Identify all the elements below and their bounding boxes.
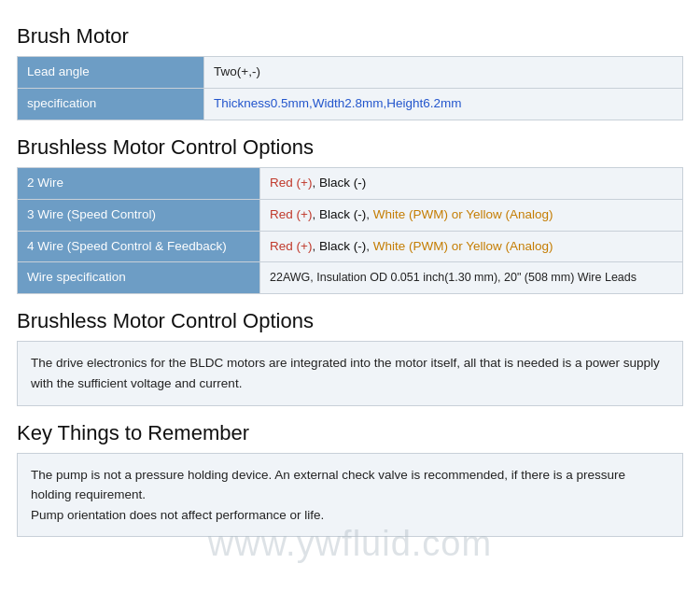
table-row: Wire specification 22AWG, Insulation OD … (18, 262, 683, 294)
specification-text: Thickness0.5mm,Width2.8mm,Height6.2mm (214, 96, 462, 110)
section4-title: Key Things to Remember (17, 421, 683, 445)
4wire-value: Red (+), Black (-), White (PWM) or Yello… (260, 231, 683, 262)
section4-content: The pump is not a pressure holding devic… (17, 453, 683, 538)
2wire-value: Red (+), Black (-) (260, 167, 683, 199)
2wire-label: 2 Wire (18, 167, 260, 199)
table-row: 4 Wire (Speed Control & Feedback) Red (+… (18, 231, 683, 262)
wire-spec-label: Wire specification (18, 262, 260, 294)
pwm-label: White (PWM) or Yellow (Analog) (373, 239, 553, 253)
3wire-value: Red (+), Black (-), White (PWM) or Yello… (260, 199, 683, 231)
section3-title: Brushless Motor Control Options (17, 309, 683, 333)
red-label: Red (+) (270, 207, 312, 221)
table-row: specification Thickness0.5mm,Width2.8mm,… (18, 88, 683, 120)
4wire-label: 4 Wire (Speed Control & Feedback) (18, 231, 260, 262)
table-row: Lead angle Two(+,-) (18, 57, 683, 89)
section3-description: The drive electronics for the BLDC motor… (17, 341, 683, 405)
table-row: 3 Wire (Speed Control) Red (+), Black (-… (18, 199, 683, 231)
lead-angle-value: Two(+,-) (204, 57, 683, 89)
brush-motor-table: Lead angle Two(+,-) specification Thickn… (17, 56, 683, 120)
black-label: Black (-) (319, 239, 366, 253)
section4-line2: Pump orientation does not affect perform… (31, 508, 324, 522)
brushless-motor-table: 2 Wire Red (+), Black (-) 3 Wire (Speed … (17, 167, 683, 295)
pwm-label: White (PWM) or Yellow (Analog) (373, 207, 553, 221)
section1-title: Brush Motor (17, 24, 683, 49)
3wire-label: 3 Wire (Speed Control) (18, 199, 260, 231)
red-label: Red (+) (270, 176, 312, 190)
lead-angle-label: Lead angle (18, 57, 204, 89)
specification-value: Thickness0.5mm,Width2.8mm,Height6.2mm (204, 88, 683, 120)
section4-line1: The pump is not a pressure holding devic… (31, 468, 625, 502)
specification-label: specification (18, 88, 204, 120)
table-row: 2 Wire Red (+), Black (-) (18, 167, 683, 199)
black-label: Black (-) (319, 176, 366, 190)
section2-title: Brushless Motor Control Options (17, 135, 683, 160)
black-label: Black (-) (319, 207, 366, 221)
wire-spec-text: 22AWG, Insulation OD 0.051 inch(1.30 mm)… (270, 271, 637, 284)
wire-spec-value: 22AWG, Insulation OD 0.051 inch(1.30 mm)… (260, 262, 683, 294)
red-label: Red (+) (270, 239, 312, 253)
